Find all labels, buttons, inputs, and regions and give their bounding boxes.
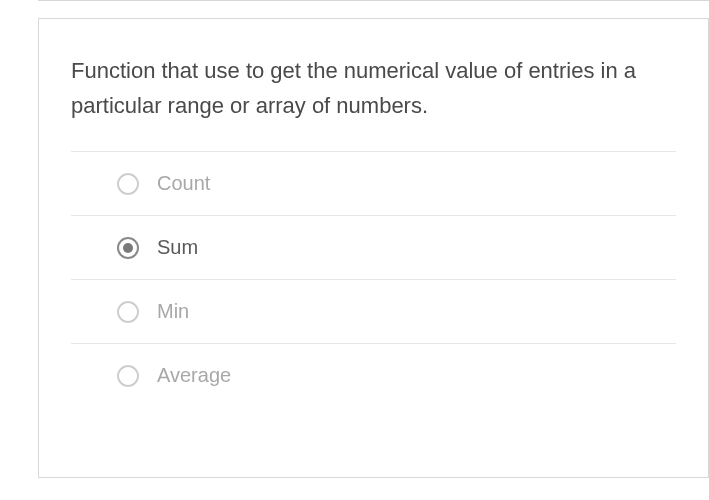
option-label: Min [157,300,189,323]
option-label: Average [157,364,231,387]
option-label: Count [157,172,210,195]
radio-icon[interactable] [117,173,139,195]
radio-icon[interactable] [117,301,139,323]
options-list: Count Sum Min Average [71,151,676,407]
radio-icon[interactable] [117,237,139,259]
question-card: Function that use to get the numerical v… [38,18,709,478]
option-label: Sum [157,236,198,259]
radio-icon[interactable] [117,365,139,387]
option-sum[interactable]: Sum [71,216,676,280]
option-count[interactable]: Count [71,152,676,216]
top-divider [38,0,709,2]
option-average[interactable]: Average [71,344,676,407]
option-min[interactable]: Min [71,280,676,344]
question-text: Function that use to get the numerical v… [71,53,676,123]
